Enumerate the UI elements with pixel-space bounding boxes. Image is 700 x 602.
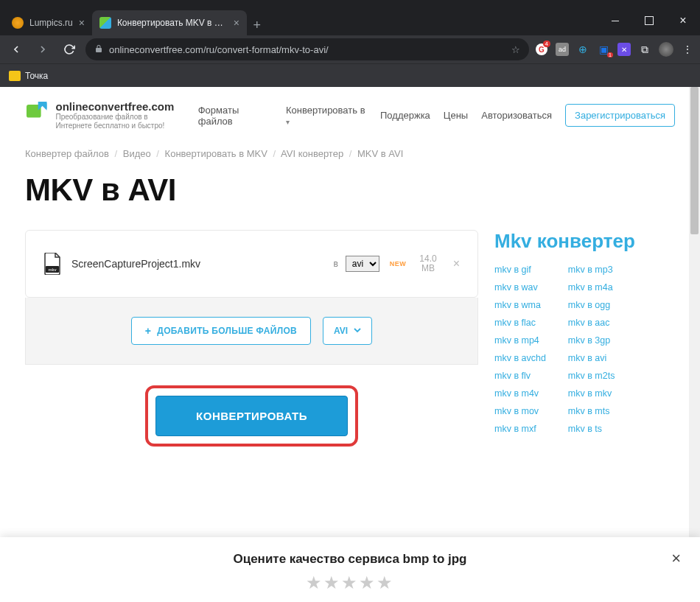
format-link[interactable]: mkv в avchd — [494, 353, 546, 363]
convert-button[interactable]: КОНВЕРТИРОВАТЬ — [155, 396, 348, 436]
format-link[interactable]: mkv в mov — [494, 406, 546, 416]
format-links-col1: mkv в gif mkv в wav mkv в wma mkv в flac… — [494, 265, 546, 441]
folder-icon — [9, 71, 21, 81]
extension-icon[interactable]: ⊕ — [576, 43, 589, 56]
format-link[interactable]: mkv в aac — [568, 318, 615, 328]
site-header: onlineconvertfree.com Преобразование фай… — [25, 100, 675, 130]
format-link[interactable]: mkv в avi — [568, 353, 615, 363]
tab-label: Конвертировать MKV в AVI онл — [117, 18, 228, 28]
sidebar: Mkv конвертер mkv в gif mkv в wav mkv в … — [494, 230, 675, 447]
crumb-item[interactable]: MKV в AVI — [357, 148, 403, 159]
format-link[interactable]: mkv в ogg — [568, 300, 615, 310]
register-button[interactable]: Зарегистрироваться — [565, 104, 675, 127]
page-scrollbar[interactable] — [689, 87, 700, 602]
output-format-button[interactable]: AVI — [323, 317, 372, 345]
site-logo[interactable]: onlineconvertfree.com Преобразование фай… — [25, 100, 179, 130]
format-link[interactable]: mkv в mp3 — [568, 265, 615, 275]
extension-icon[interactable]: ad — [556, 43, 569, 56]
bookmarks-bar: Точка — [0, 63, 700, 87]
format-link[interactable]: mkv в 3gp — [568, 335, 615, 346]
extension-icon[interactable]: G4 — [535, 43, 548, 56]
file-icon: mkv — [43, 253, 61, 275]
extension-icon[interactable]: ✕ — [617, 43, 631, 56]
browser-toolbar: onlineconvertfree.com/ru/convert-format/… — [0, 35, 700, 63]
reload-button[interactable] — [59, 39, 80, 60]
browser-tab-1[interactable]: Конвертировать MKV в AVI онл × — [92, 10, 247, 35]
menu-icon[interactable]: ⋮ — [681, 43, 694, 56]
crumb-item[interactable]: Видео — [123, 148, 151, 159]
format-link[interactable]: mkv в wav — [494, 282, 546, 293]
add-files-button[interactable]: + ДОБАВИТЬ БОЛЬШЕ ФАЙЛОВ — [131, 317, 311, 345]
format-select[interactable]: avi — [346, 256, 379, 272]
logo-icon — [25, 100, 48, 121]
file-size: 14.0 MB — [419, 254, 436, 273]
back-button[interactable] — [6, 39, 27, 60]
format-link[interactable]: mkv в gif — [494, 265, 546, 275]
rating-title: Оцените качество сервиса bmp to jpg — [0, 552, 700, 567]
breadcrumb: Конвертер файлов / Видео / Конвертироват… — [25, 148, 675, 159]
forward-button[interactable] — [32, 39, 53, 60]
profile-avatar[interactable] — [659, 42, 673, 57]
new-tab-button[interactable]: + — [247, 15, 267, 35]
to-label: в — [333, 259, 337, 269]
close-icon[interactable]: × — [234, 17, 239, 29]
format-link[interactable]: mkv в mts — [568, 406, 615, 416]
browser-tab-0[interactable]: Lumpics.ru × — [4, 10, 92, 35]
reading-list-icon[interactable]: ⧉ — [638, 43, 651, 56]
tab-favicon — [12, 17, 24, 29]
nav-convert[interactable]: Конвертировать в — [286, 105, 367, 127]
format-link[interactable]: mkv в flac — [494, 318, 546, 328]
rating-stars[interactable]: ★★★★★ — [0, 573, 700, 593]
browser-tabstrip: Lumpics.ru × Конвертировать MKV в AVI он… — [0, 6, 700, 35]
brand-name: onlineconvertfree.com — [55, 100, 178, 113]
nav-login[interactable]: Авторизоваться — [481, 110, 552, 121]
lock-icon — [94, 44, 103, 55]
highlight-annotation: КОНВЕРТИРОВАТЬ — [145, 385, 358, 447]
format-link[interactable]: mkv в mxf — [494, 424, 546, 434]
format-link[interactable]: mkv в m4v — [494, 388, 546, 399]
nav-support[interactable]: Поддержка — [380, 110, 430, 121]
rating-bar: Оцените качество сервиса bmp to jpg ★★★★… — [0, 537, 700, 602]
plus-icon: + — [145, 325, 151, 337]
nav-formats[interactable]: Форматы файлов — [198, 105, 273, 127]
star-icon[interactable]: ☆ — [511, 44, 520, 55]
close-icon[interactable]: × — [671, 549, 681, 568]
tab-favicon — [99, 17, 111, 29]
bookmark-item[interactable]: Точка — [25, 71, 48, 81]
sidebar-title: Mkv конвертер — [494, 230, 675, 253]
url-text: onlineconvertfree.com/ru/convert-format/… — [109, 44, 505, 55]
page-title: MKV в AVI — [25, 172, 675, 208]
file-card: mkv ScreenCaptureProject1.mkv в avi NEW … — [25, 230, 478, 298]
format-link[interactable]: mkv в m4a — [568, 282, 615, 293]
crumb-item[interactable]: AVI конвертер — [281, 148, 343, 159]
format-links-col2: mkv в mp3 mkv в m4a mkv в ogg mkv в aac … — [568, 265, 615, 441]
extension-icon[interactable]: ▣1 — [597, 43, 610, 56]
tab-label: Lumpics.ru — [29, 18, 73, 28]
crumb-item[interactable]: Конвертировать в MKV — [165, 148, 267, 159]
format-link[interactable]: mkv в wma — [494, 300, 546, 310]
new-badge: NEW — [390, 260, 407, 267]
svg-text:mkv: mkv — [49, 267, 57, 272]
format-link[interactable]: mkv в m2ts — [568, 371, 615, 381]
window-close-button[interactable]: × — [666, 6, 700, 35]
window-maximize-button[interactable] — [632, 6, 666, 35]
window-minimize-button[interactable] — [598, 6, 632, 35]
address-bar[interactable]: onlineconvertfree.com/ru/convert-format/… — [85, 38, 529, 60]
chevron-down-icon — [354, 326, 361, 336]
format-link[interactable]: mkv в flv — [494, 371, 546, 381]
brand-tagline: Преобразование файлов в Интернете беспла… — [55, 113, 178, 130]
file-name: ScreenCaptureProject1.mkv — [71, 258, 326, 270]
nav-prices[interactable]: Цены — [444, 110, 468, 121]
close-icon[interactable]: × — [79, 17, 85, 29]
format-link[interactable]: mkv в ts — [568, 424, 615, 434]
format-link[interactable]: mkv в mkv — [568, 388, 615, 399]
format-link[interactable]: mkv в mp4 — [494, 335, 546, 346]
crumb-item[interactable]: Конвертер файлов — [25, 148, 109, 159]
remove-file-button[interactable]: × — [453, 257, 460, 270]
